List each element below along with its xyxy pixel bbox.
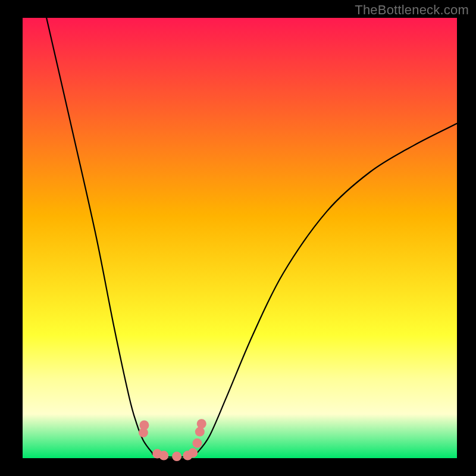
watermark-text: TheBottleneck.com [355,2,469,18]
valley-marker [159,451,168,461]
valley-marker [197,419,206,428]
bottleneck-chart [0,0,476,476]
valley-marker [139,421,149,430]
chart-canvas: TheBottleneck.com [0,0,476,476]
plot-background [23,18,457,458]
valley-marker [195,427,205,437]
valley-marker [192,439,202,448]
valley-marker [172,452,181,461]
valley-marker [188,448,198,458]
